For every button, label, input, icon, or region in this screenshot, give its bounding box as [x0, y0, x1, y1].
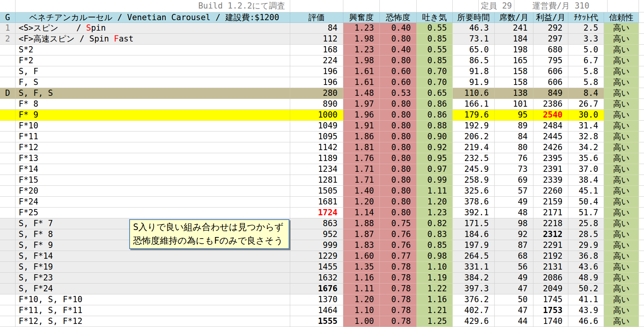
cell-ride-time[interactable]: 73.1 — [453, 34, 495, 45]
header-reliability[interactable]: 信頼性 — [604, 12, 639, 23]
cell-ticket-price[interactable]: 50.4 — [568, 197, 604, 208]
cell-fear[interactable]: 0.78 — [380, 262, 417, 273]
cell-fear[interactable]: 0.80 — [380, 197, 417, 208]
cell-ticket-price[interactable]: 25.8 — [568, 218, 604, 229]
cell-seats-per-month[interactable]: 101 — [495, 99, 533, 110]
cell-group[interactable] — [0, 131, 16, 142]
cell-excitement[interactable]: 1.20 — [343, 294, 380, 305]
cell-nausea[interactable]: 0.55 — [417, 23, 453, 34]
cell-seats-per-month[interactable]: 87 — [495, 240, 533, 251]
cell-combo-label[interactable]: F*12 — [16, 142, 290, 153]
cell-nausea[interactable]: 0.90 — [417, 131, 453, 142]
cell-rating[interactable]: 1724 — [290, 208, 343, 218]
cell-rating[interactable]: 1464 — [290, 305, 343, 316]
cell-fear[interactable]: 0.53 — [380, 88, 417, 99]
cell-seats-per-month[interactable]: 44 — [495, 316, 533, 327]
cell-group[interactable] — [0, 110, 16, 121]
cell-gutter[interactable] — [639, 66, 644, 77]
cell-group[interactable]: 2 — [0, 34, 16, 45]
cell-reliability[interactable]: 高い — [604, 208, 639, 218]
cell-ride-time[interactable]: 171.5 — [453, 218, 495, 229]
cell-ticket-price[interactable]: 31.4 — [568, 121, 604, 131]
cell-gutter[interactable] — [639, 88, 644, 99]
cell-fear[interactable]: 0.76 — [380, 229, 417, 240]
cell-combo-label[interactable]: F*11, S, F*11 — [16, 305, 290, 316]
cell-ticket-price[interactable]: 36.8 — [568, 251, 604, 262]
cell-ride-time[interactable]: 376.2 — [453, 294, 495, 305]
cell-ride-time[interactable]: 392.1 — [453, 208, 495, 218]
cell-ticket-price[interactable]: 43.9 — [568, 305, 604, 316]
cell-ticket-price[interactable]: 28.5 — [568, 229, 604, 240]
cell-combo-label[interactable]: S, F*19 — [16, 262, 290, 273]
cell-reliability[interactable]: 高い — [604, 240, 639, 251]
cell-excitement[interactable]: 1.23 — [343, 23, 380, 34]
cell-group[interactable] — [0, 273, 16, 284]
cell-profit-per-month[interactable]: 2192 — [533, 251, 568, 262]
header-seats-per-month[interactable]: 席数/月 — [495, 12, 533, 23]
operating-cost-cell[interactable]: 運営費/月 310 — [514, 0, 608, 12]
cell-rating[interactable]: 280 — [290, 88, 343, 99]
cell-seats-per-month[interactable]: 56 — [495, 262, 533, 273]
header-rating[interactable]: 評価 — [290, 12, 343, 23]
cell-rating[interactable]: 168 — [290, 45, 343, 55]
cell-rating[interactable]: 1000 — [290, 110, 343, 121]
cell-group[interactable]: D — [0, 88, 16, 99]
cell-fear[interactable]: 0.80 — [380, 175, 417, 186]
cell-profit-per-month[interactable]: 1745 — [533, 294, 568, 305]
cell-ride-time[interactable]: 91.8 — [453, 66, 495, 77]
cell-nausea[interactable]: 0.99 — [417, 175, 453, 186]
cell-reliability[interactable]: 高い — [604, 45, 639, 55]
cell-excitement[interactable]: 1.14 — [343, 208, 380, 218]
cell-reliability[interactable]: 高い — [604, 153, 639, 164]
cell-excitement[interactable]: 1.98 — [343, 34, 380, 45]
cell-excitement[interactable]: 1.96 — [343, 110, 380, 121]
cell-group[interactable] — [0, 208, 16, 218]
cell-reliability[interactable]: 高い — [604, 77, 639, 88]
cell-nausea[interactable]: 0.82 — [417, 218, 453, 229]
cell-seats-per-month[interactable]: 92 — [495, 229, 533, 240]
cell-gutter[interactable] — [639, 23, 644, 34]
cell-profit-per-month[interactable]: 2312 — [533, 229, 568, 240]
cell-nausea[interactable]: 0.92 — [417, 142, 453, 153]
cell-ticket-price[interactable]: 37.0 — [568, 164, 604, 175]
cell-nausea[interactable]: 0.55 — [417, 45, 453, 55]
cell-excitement[interactable]: 1.11 — [343, 284, 380, 294]
cell-ticket-price[interactable]: 50.2 — [568, 284, 604, 294]
cell-nausea[interactable]: 0.85 — [417, 55, 453, 66]
cell-rating[interactable]: 1455 — [290, 262, 343, 273]
cell-nausea[interactable]: 1.20 — [417, 197, 453, 208]
cell-reliability[interactable]: 高い — [604, 229, 639, 240]
cell-group[interactable] — [0, 164, 16, 175]
cell-ride-time[interactable]: 325.6 — [453, 186, 495, 197]
cell-fear[interactable]: 0.78 — [380, 284, 417, 294]
cell-gutter[interactable] — [639, 153, 644, 164]
cell-group[interactable] — [0, 240, 16, 251]
cell-excitement[interactable]: 1.00 — [343, 316, 380, 327]
cell-profit-per-month[interactable]: 292 — [533, 23, 568, 34]
cell-combo-label[interactable]: S, F, S — [16, 88, 290, 99]
cell-seats-per-month[interactable]: 47 — [495, 284, 533, 294]
cell-reliability[interactable]: 高い — [604, 142, 639, 153]
cell-nausea[interactable]: 0.88 — [417, 121, 453, 131]
cell-rating[interactable]: 1505 — [290, 186, 343, 197]
cell-combo-label[interactable]: F*10 — [16, 121, 290, 131]
cell-gutter[interactable] — [639, 284, 644, 294]
cell-profit-per-month[interactable]: 2386 — [533, 99, 568, 110]
cell-gutter[interactable] — [639, 45, 644, 55]
cell-rating[interactable]: 1281 — [290, 175, 343, 186]
cell-gutter[interactable] — [639, 273, 644, 284]
cell-excitement[interactable]: 1.97 — [343, 99, 380, 110]
cell-rating[interactable]: 890 — [290, 99, 343, 110]
cell-fear[interactable]: 0.80 — [380, 142, 417, 153]
cell-profit-per-month[interactable]: 2540 — [533, 110, 568, 121]
cell-gutter[interactable] — [639, 55, 644, 66]
cell-profit-per-month[interactable]: 2086 — [533, 273, 568, 284]
cell-group[interactable] — [0, 294, 16, 305]
cell-excitement[interactable]: 1.76 — [343, 153, 380, 164]
cell-combo-label[interactable]: F*20 — [16, 186, 290, 197]
cell-group[interactable] — [0, 197, 16, 208]
cell-profit-per-month[interactable]: 2171 — [533, 208, 568, 218]
cell-gutter[interactable] — [639, 175, 644, 186]
cell-fear[interactable]: 0.80 — [380, 55, 417, 66]
cell-combo-label[interactable]: F* 9 — [16, 110, 290, 121]
